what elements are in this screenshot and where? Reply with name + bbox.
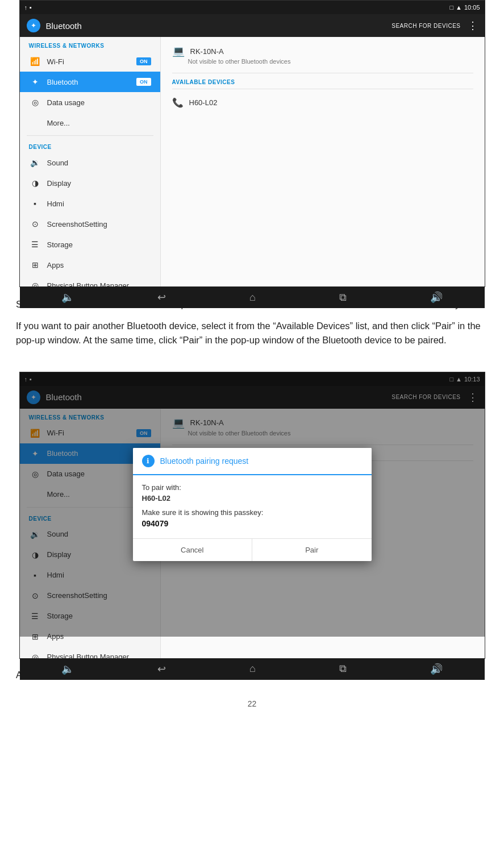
sidebar-item-display[interactable]: ◑ Display <box>20 173 160 193</box>
app-title-1: Bluetooth <box>46 21 392 31</box>
device-subtext-2: Not visible to other Bluetooth devices <box>188 430 473 437</box>
sidebar-1: WIRELESS & NETWORKS 📶 Wi-Fi ON ✦ Bluetoo… <box>20 37 161 286</box>
screenshot-label-2: ScreenshotSetting <box>47 591 107 600</box>
more-label-2: More... <box>47 490 70 499</box>
back-icon-2[interactable]: ↩ <box>157 663 166 675</box>
sidebar-item-bluetooth[interactable]: ✦ Bluetooth ON <box>20 72 160 92</box>
section-header-device-2: DEVICE <box>20 510 160 524</box>
available-device-name: H60-L02 <box>189 98 218 107</box>
screenshot-icon-2: ⊙ <box>29 589 41 602</box>
data-label-2: Data usage <box>47 470 85 478</box>
status-left-2: ↑ ▪ <box>24 376 32 383</box>
device-name-2: RK-10N-A <box>190 418 224 427</box>
sidebar-item-wifi-2[interactable]: 📶 Wi-Fi ON <box>20 423 160 443</box>
wifi-label-2: Wi-Fi <box>47 429 64 437</box>
bottom-nav-2: 🔈 ↩ ⌂ ⧉ 🔊 <box>20 658 485 680</box>
volume-down-icon[interactable]: 🔈 <box>61 291 74 304</box>
sidebar-item-screenshot[interactable]: ⊙ ScreenshotSetting <box>20 214 160 234</box>
physical-btn-icon: ◎ <box>29 279 41 286</box>
hdmi-label-2: Hdmi <box>47 571 64 579</box>
volume-up-icon-2[interactable]: 🔊 <box>430 663 443 675</box>
sidebar-item-more-2[interactable]: More... <box>20 484 160 505</box>
bluetooth-label: Bluetooth <box>47 78 78 86</box>
bluetooth-app-icon: ✦ <box>27 19 40 32</box>
battery-small-2: ▪ <box>30 376 32 383</box>
volume-up-icon[interactable]: 🔊 <box>430 291 443 304</box>
wifi-toggle[interactable]: ON <box>136 57 151 65</box>
home-icon-2[interactable]: ⌂ <box>249 663 256 675</box>
sidebar-item-more[interactable]: More... <box>20 113 160 133</box>
storage-icon-2: ☰ <box>29 610 41 622</box>
wifi-toggle-2[interactable]: ON <box>136 429 151 437</box>
section-header-wireless: WIRELESS & NETWORKS <box>20 37 160 51</box>
panel-divider-4 <box>172 460 473 461</box>
overflow-menu-icon-1[interactable]: ⋮ <box>468 19 478 32</box>
laptop-icon-2: 💻 <box>172 417 185 429</box>
back-icon[interactable]: ↩ <box>157 291 166 304</box>
sidebar-item-data-2[interactable]: ◎ Data usage <box>20 464 160 484</box>
app-bar-actions-2: SEARCH FOR DEVICES ⋮ <box>391 391 477 404</box>
time-label-2: 10:13 <box>464 376 480 383</box>
wifi-icon-2: ▲ <box>456 376 462 383</box>
sidebar-item-apps-2[interactable]: ⊞ Apps <box>20 626 160 647</box>
divider-1 <box>27 135 153 136</box>
more-icon-2 <box>29 488 41 501</box>
main-layout-2: WIRELESS & NETWORKS 📶 Wi-Fi ON ✦ Bluetoo… <box>20 409 485 658</box>
page-number: 22 <box>0 688 504 714</box>
app-title-2: Bluetooth <box>46 392 392 402</box>
sidebar-item-storage[interactable]: ☰ Storage <box>20 234 160 255</box>
recents-icon[interactable]: ⧉ <box>339 292 347 304</box>
device-info-1: 💻 RK-10N-A Not visible to other Bluetoot… <box>172 37 473 69</box>
overflow-menu-icon-2[interactable]: ⋮ <box>468 391 478 404</box>
battery-icon-small: ▪ <box>30 4 32 11</box>
bluetooth-icon: ✦ <box>29 76 41 88</box>
display-label: Display <box>47 179 72 188</box>
signal-icon-2: ↑ <box>24 376 28 383</box>
sidebar-item-hdmi[interactable]: ▪ Hdmi <box>20 193 160 214</box>
sidebar-item-physical-btn[interactable]: ◎ Physical Button Manager <box>20 275 160 286</box>
sidebar-item-sound[interactable]: 🔉 Sound <box>20 152 160 173</box>
status-right-1: □ ▲ 10:05 <box>449 4 480 11</box>
bluetooth-toggle-2[interactable]: ON <box>136 450 151 458</box>
status-bar-2: ↑ ▪ □ ▲ 10:13 <box>20 372 485 386</box>
sidebar-item-bluetooth-2[interactable]: ✦ Bluetooth ON <box>20 443 160 464</box>
device-info-2: 💻 RK-10N-A Not visible to other Bluetoot… <box>172 409 473 441</box>
sound-label: Sound <box>47 159 69 167</box>
search-devices-btn-1[interactable]: SEARCH FOR DEVICES <box>391 23 460 29</box>
home-icon[interactable]: ⌂ <box>249 292 256 304</box>
sidebar-item-display-2[interactable]: ◑ Display <box>20 545 160 565</box>
sidebar-2: WIRELESS & NETWORKS 📶 Wi-Fi ON ✦ Bluetoo… <box>20 409 161 658</box>
sidebar-item-storage-2[interactable]: ☰ Storage <box>20 606 160 626</box>
bluetooth-icon-2: ✦ <box>29 447 41 460</box>
device-name-row: 💻 RK-10N-A <box>172 45 473 57</box>
bottom-nav-1: 🔈 ↩ ⌂ ⧉ 🔊 <box>20 286 485 308</box>
search-devices-btn-2[interactable]: SEARCH FOR DEVICES <box>391 394 460 400</box>
sidebar-item-physical-2[interactable]: ◎ Physical Button Manager <box>20 647 160 658</box>
sidebar-item-wifi[interactable]: 📶 Wi-Fi ON <box>20 51 160 72</box>
sidebar-item-screenshot-2[interactable]: ⊙ ScreenshotSetting <box>20 585 160 606</box>
status-right-2: □ ▲ 10:13 <box>449 376 480 383</box>
screenshot-1: ↑ ▪ □ ▲ 10:05 ✦ Bluetooth SEARCH FOR DEV… <box>19 0 485 287</box>
volume-down-icon-2[interactable]: 🔈 <box>61 663 74 675</box>
bluetooth-label-2: Bluetooth <box>47 449 78 458</box>
recents-icon-2[interactable]: ⧉ <box>339 663 347 675</box>
battery-icon-2: □ <box>449 376 453 383</box>
signal-icon: ↑ <box>24 4 28 11</box>
sidebar-item-data-usage[interactable]: ◎ Data usage <box>20 92 160 113</box>
main-layout-1: WIRELESS & NETWORKS 📶 Wi-Fi ON ✦ Bluetoo… <box>20 37 485 286</box>
wifi-icon: ▲ <box>456 4 462 11</box>
wifi-label: Wi-Fi <box>47 57 64 66</box>
device-subtext: Not visible to other Bluetooth devices <box>188 58 473 65</box>
sidebar-item-hdmi-2[interactable]: ▪ Hdmi <box>20 565 160 585</box>
bluetooth-toggle[interactable]: ON <box>136 78 151 86</box>
app-bar-actions-1: SEARCH FOR DEVICES ⋮ <box>391 19 477 32</box>
battery-icon: □ <box>449 4 453 11</box>
sidebar-item-sound-2[interactable]: 🔉 Sound <box>20 524 160 545</box>
apps-label-2: Apps <box>47 632 64 641</box>
hdmi-icon-2: ▪ <box>29 569 41 582</box>
laptop-icon: 💻 <box>172 45 185 57</box>
physical-btn-label: Physical Button Manager <box>47 281 130 287</box>
phone-icon: 📞 <box>172 97 184 108</box>
sidebar-item-apps[interactable]: ⊞ Apps <box>20 255 160 275</box>
available-device-h60[interactable]: 📞 H60-L02 <box>172 93 473 113</box>
